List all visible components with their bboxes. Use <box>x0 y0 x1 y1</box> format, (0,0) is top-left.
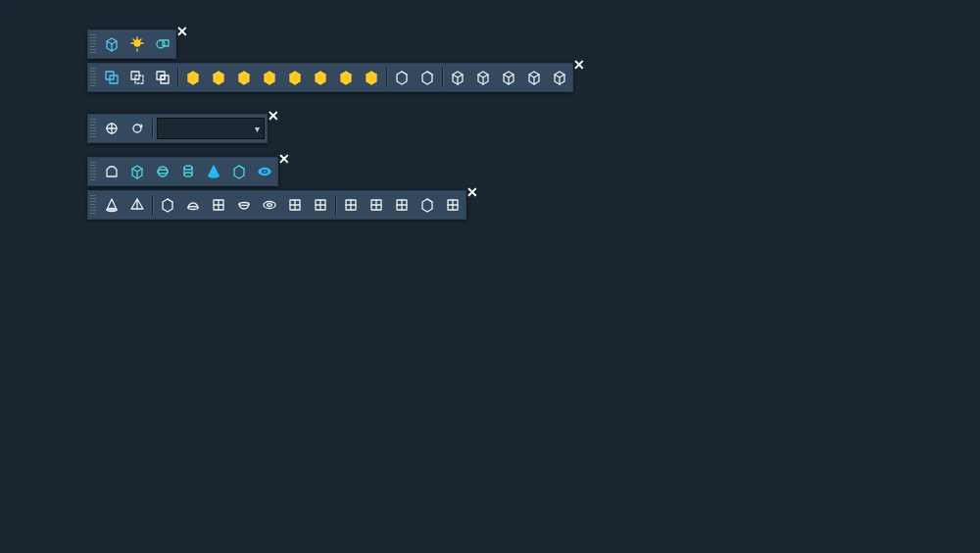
svg-line-6 <box>0 1 16 13</box>
color-face-icon[interactable] <box>360 66 383 89</box>
render-toolbar[interactable]: ✕ <box>87 29 176 59</box>
svg-point-35 <box>158 170 168 174</box>
separator <box>442 68 443 87</box>
separator <box>335 195 336 215</box>
separator <box>152 119 153 138</box>
close-icon[interactable]: ✕ <box>466 185 479 199</box>
material-icon[interactable] <box>151 32 174 56</box>
torus-icon[interactable] <box>258 193 281 217</box>
svg-line-4 <box>0 8 16 16</box>
taper-face-icon[interactable] <box>309 66 332 89</box>
svg-line-5 <box>0 10 16 16</box>
imprint-icon[interactable] <box>446 66 469 89</box>
copy-face-icon[interactable] <box>334 66 358 89</box>
svg-line-3 <box>0 6 16 13</box>
vs-manage-icon[interactable] <box>100 117 123 140</box>
close-icon[interactable]: ✕ <box>267 109 280 123</box>
visual-styles-toolbar[interactable]: ▾ ✕ <box>87 114 268 143</box>
svg-point-18 <box>5 9 9 16</box>
svg-line-1 <box>0 3 16 10</box>
svg-line-10 <box>8 0 16 5</box>
viewport-3d[interactable] <box>0 0 16 16</box>
svg-line-11 <box>0 4 16 16</box>
separator <box>386 68 387 87</box>
chevron-down-icon: ▾ <box>255 124 260 134</box>
rotate-face-icon[interactable] <box>283 66 307 89</box>
delete-face-icon[interactable] <box>258 66 281 89</box>
toolbar-grip[interactable] <box>90 162 96 181</box>
svg-marker-19 <box>11 9 14 15</box>
close-icon[interactable]: ✕ <box>277 152 291 166</box>
svg-point-33 <box>133 125 141 132</box>
svg-point-36 <box>184 166 192 170</box>
svg-marker-21 <box>11 13 15 15</box>
ruled-icon[interactable] <box>339 193 363 217</box>
wedge2-icon[interactable] <box>227 160 251 183</box>
separator <box>177 68 178 87</box>
polysolid-icon[interactable] <box>100 160 123 183</box>
sphere-icon[interactable] <box>151 160 174 183</box>
wedge-object[interactable] <box>11 9 15 16</box>
subtract-icon[interactable] <box>125 66 149 89</box>
toolbar-grip[interactable] <box>90 68 96 87</box>
sphere-object[interactable] <box>5 9 9 16</box>
toolbar-grip[interactable] <box>90 34 96 54</box>
mesh4-icon[interactable] <box>309 193 332 217</box>
svg-point-34 <box>158 167 168 176</box>
svg-marker-15 <box>1 5 3 16</box>
surf-icon[interactable] <box>441 193 465 217</box>
svg-point-39 <box>259 169 270 176</box>
solid-editing-toolbar[interactable]: ✕ <box>87 63 573 92</box>
clean-icon[interactable] <box>471 66 495 89</box>
box-object[interactable] <box>1 3 6 16</box>
dome-icon[interactable] <box>181 193 205 217</box>
svg-point-44 <box>239 203 249 206</box>
svg-line-12 <box>0 7 14 16</box>
pyramid-icon[interactable] <box>125 193 149 217</box>
mesh1-icon[interactable] <box>207 193 230 217</box>
svg-point-37 <box>184 173 192 176</box>
svg-line-2 <box>0 4 16 11</box>
cylinder-icon[interactable] <box>176 160 200 183</box>
torus-solid-icon[interactable] <box>253 160 276 183</box>
svg-point-42 <box>188 207 198 210</box>
cone-icon[interactable] <box>100 193 123 217</box>
svg-line-7 <box>1 0 16 10</box>
svg-marker-13 <box>1 3 6 16</box>
mesh-toolbar[interactable]: ✕ <box>87 190 466 220</box>
modeling-toolbar[interactable]: ✕ <box>87 157 278 186</box>
visual-style-dropdown[interactable]: ▾ <box>157 118 265 139</box>
offset-face-icon[interactable] <box>232 66 256 89</box>
render-icon[interactable] <box>100 32 123 56</box>
separate-icon[interactable] <box>497 66 520 89</box>
svg-marker-16 <box>3 5 6 16</box>
check-icon[interactable] <box>548 66 571 89</box>
cone-solid-icon[interactable] <box>202 160 225 183</box>
toolbar-grip[interactable] <box>90 119 96 138</box>
svg-line-0 <box>0 1 16 7</box>
box-icon[interactable] <box>125 160 149 183</box>
move-face-icon[interactable] <box>207 66 230 89</box>
wedge-icon[interactable] <box>156 193 179 217</box>
svg-point-23 <box>157 40 165 48</box>
toolbar-grip[interactable] <box>90 195 96 215</box>
revolved-icon[interactable] <box>390 193 414 217</box>
intersect-icon[interactable] <box>151 66 174 89</box>
shell-icon[interactable] <box>522 66 546 89</box>
vs-refresh-icon[interactable] <box>125 117 149 140</box>
tabulated-icon[interactable] <box>365 193 388 217</box>
union-icon[interactable] <box>100 66 123 89</box>
svg-line-8 <box>3 0 16 9</box>
copy-edge-icon[interactable] <box>390 66 414 89</box>
close-icon[interactable]: ✕ <box>175 25 189 38</box>
svg-point-45 <box>264 202 275 209</box>
svg-point-46 <box>268 204 272 207</box>
light-icon[interactable] <box>125 32 149 56</box>
cylinder-object[interactable] <box>7 3 10 10</box>
close-icon[interactable]: ✕ <box>572 58 586 72</box>
mesh3-icon[interactable] <box>283 193 307 217</box>
color-edge-icon[interactable] <box>416 66 439 89</box>
edge-icon[interactable] <box>416 193 439 217</box>
dish-icon[interactable] <box>232 193 256 217</box>
extrude-face-icon[interactable] <box>181 66 205 89</box>
